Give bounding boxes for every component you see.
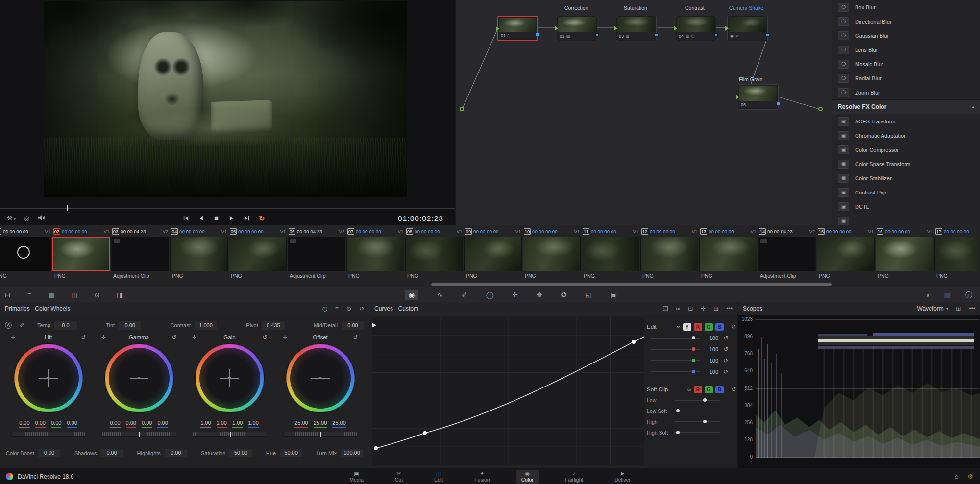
gang-channels-icon[interactable]: ∞ [677, 324, 681, 330]
zoom-icon[interactable]: ⊕ [346, 306, 351, 312]
keyframe-timeline-icon[interactable]: ◷ [322, 306, 327, 312]
curve-point[interactable] [423, 431, 427, 435]
clip-thumbnail[interactable] [876, 237, 933, 271]
corrector-node-02[interactable]: 02▥ [557, 16, 597, 41]
param-value-field[interactable]: 100.00 [341, 449, 363, 457]
curve-picker-icon[interactable]: ✛ [701, 306, 706, 312]
curve-point[interactable] [374, 446, 378, 450]
timeline-clip[interactable]: 14 00:00:04:23 V2 Adjustment Clip [758, 226, 816, 280]
timeline-clip[interactable]: 03 00:00:04:23 V2 Adjustment Clip [111, 226, 170, 280]
offset-green-value[interactable]: 25.00 [314, 420, 327, 428]
softclip-slider[interactable] [675, 421, 720, 422]
fx-list-item[interactable]: ❍ Box Blur [832, 0, 980, 14]
collapse-chevron-icon[interactable]: ▴ [972, 105, 974, 109]
gamma-blue-value[interactable]: 0.00 [157, 420, 168, 428]
timeline-clip[interactable]: 07 00:00:00:00 V1 PNG [346, 226, 405, 280]
param-value-field[interactable]: 1.000 [195, 321, 217, 330]
gain-picker-icon[interactable]: ✛ [192, 335, 196, 340]
channel-reset-icon[interactable]: ↺ [723, 358, 728, 363]
timeline-clip[interactable]: 11 00:00:00:00 V1 PNG [581, 226, 640, 280]
play-button[interactable] [228, 215, 235, 221]
scope-options-icon[interactable]: ••• [969, 306, 975, 312]
channel-value[interactable]: 100 [704, 358, 718, 363]
node-output-connector[interactable] [766, 33, 769, 37]
node-input-connector[interactable] [614, 26, 617, 31]
fx-list-item[interactable]: ❍ Lens Blur [832, 43, 980, 57]
tab-fairlight[interactable]: ♪ Fairlight [560, 470, 588, 484]
softclip-green-button[interactable]: G [705, 386, 713, 393]
timeline-clip[interactable]: 04 00:00:00:00 V1 PNG [170, 226, 228, 280]
tab-edit[interactable]: ◫ Edit [429, 470, 448, 484]
param-value-field[interactable]: 0.00 [38, 449, 60, 457]
audio-speaker-icon[interactable] [38, 215, 45, 222]
clip-thumbnail[interactable] [288, 237, 345, 271]
tab-deliver[interactable]: ► Deliver [610, 470, 636, 484]
wipe-icon[interactable]: ◨ [117, 291, 123, 298]
clip-thumbnail[interactable] [111, 237, 169, 271]
luma-channel-button[interactable]: Y [683, 323, 691, 331]
curve-grid-icon[interactable]: ⊡ [688, 306, 693, 312]
channel-reset-icon[interactable]: ↺ [723, 369, 728, 375]
timeline-clip[interactable]: 17 00:00:00:00 V1 PNG [934, 226, 980, 280]
timeline-clip[interactable]: 13 00:00:00:00 V1 PNG [699, 226, 758, 280]
gain-green-value[interactable]: 1.00 [232, 420, 243, 428]
clip-thumbnail[interactable] [523, 237, 581, 271]
offset-blue-value[interactable]: 25.00 [332, 420, 346, 428]
timeline-clip[interactable]: 02 00:00:00:00 V1 PNG [52, 226, 111, 280]
gain-red-value[interactable]: 1.00 [217, 420, 227, 428]
node-output-connector[interactable] [536, 33, 539, 36]
gamma-red-value[interactable]: 0.00 [126, 420, 136, 428]
enhanced-viewer-icon[interactable]: ▥ [944, 291, 951, 298]
fx-list-item[interactable]: ▣ Color Compressor [832, 143, 980, 157]
tracker-tool-icon[interactable]: ✛ [512, 291, 518, 298]
channel-reset-icon[interactable]: ↺ [723, 346, 728, 352]
timeline-clip[interactable]: 09 00:00:00:00 V1 PNG [464, 226, 522, 280]
last-frame-button[interactable] [244, 215, 250, 221]
reset-primaries-icon[interactable]: ↺ [359, 306, 364, 312]
slider-knob[interactable] [692, 359, 695, 362]
slider-knob[interactable] [703, 420, 707, 423]
splitscreen-icon[interactable]: ◫ [71, 291, 77, 298]
stereo3d-tool-icon[interactable]: ▣ [611, 291, 617, 298]
clip-thumbnail[interactable] [699, 237, 757, 271]
gamma-master-slider[interactable] [102, 432, 176, 437]
clip-thumbnail[interactable] [640, 237, 698, 271]
tab-fusion[interactable]: ✦ Fusion [469, 470, 495, 484]
scope-mode-dropdown[interactable]: Waveform ▾ [917, 305, 949, 312]
stills-icon[interactable]: ⊙ [94, 291, 100, 298]
lift-master-slider[interactable] [11, 432, 86, 437]
tab-cut[interactable]: ✂ Cut [390, 470, 408, 484]
play-reverse-button[interactable] [198, 215, 204, 221]
fx-list-item[interactable]: ▣ DCTL [832, 199, 980, 214]
stop-button[interactable] [213, 215, 220, 221]
gain-master-value[interactable]: 1.00 [200, 420, 211, 428]
fx-list-item[interactable]: ❍ Mosaic Blur [832, 57, 980, 71]
corrector-node-04[interactable]: 04▥◷ [676, 16, 716, 41]
channel-slider[interactable] [651, 371, 700, 372]
timeline-clip[interactable]: 10 00:00:00:00 V1 PNG [522, 226, 581, 280]
lift-picker-icon[interactable]: ✛ [11, 335, 15, 340]
timeline-clip[interactable]: 01 00:00:00:00 V1 PNG [0, 226, 52, 280]
gamma-reset-icon[interactable]: ↺ [172, 335, 176, 340]
slider-knob[interactable] [692, 336, 695, 339]
fx-list-item[interactable]: ▣ Contrast Pop [832, 185, 980, 199]
corrector-node-05[interactable]: ◉⊘ [727, 16, 768, 41]
channel-slider[interactable] [651, 360, 700, 361]
softclip-red-button[interactable]: R [694, 386, 702, 393]
white-balance-picker-icon[interactable]: ✐ [20, 322, 24, 328]
qualifier-tool-icon[interactable]: ✐ [462, 291, 467, 298]
curve-window-icon[interactable]: ❐ [663, 306, 668, 312]
slider-knob[interactable] [676, 409, 680, 412]
lightbox-icon[interactable]: ▦ [48, 291, 54, 298]
project-manager-home-icon[interactable]: ⌂ [955, 473, 958, 480]
offset-red-value[interactable]: 25.00 [294, 420, 308, 428]
gain-color-wheel[interactable] [196, 344, 264, 412]
timeline-clip[interactable]: 08 00:00:00:00 V1 PNG [405, 226, 464, 280]
timeline-clip[interactable]: 15 00:00:00:00 V1 PNG [816, 226, 875, 280]
channel-value[interactable]: 100 [704, 346, 718, 352]
softclip-slider[interactable] [675, 400, 720, 401]
node-output-connector[interactable] [595, 33, 599, 37]
link-curves-icon[interactable]: ∞ [676, 306, 681, 312]
slider-knob[interactable] [692, 370, 695, 373]
viewer-video[interactable] [44, 1, 407, 197]
